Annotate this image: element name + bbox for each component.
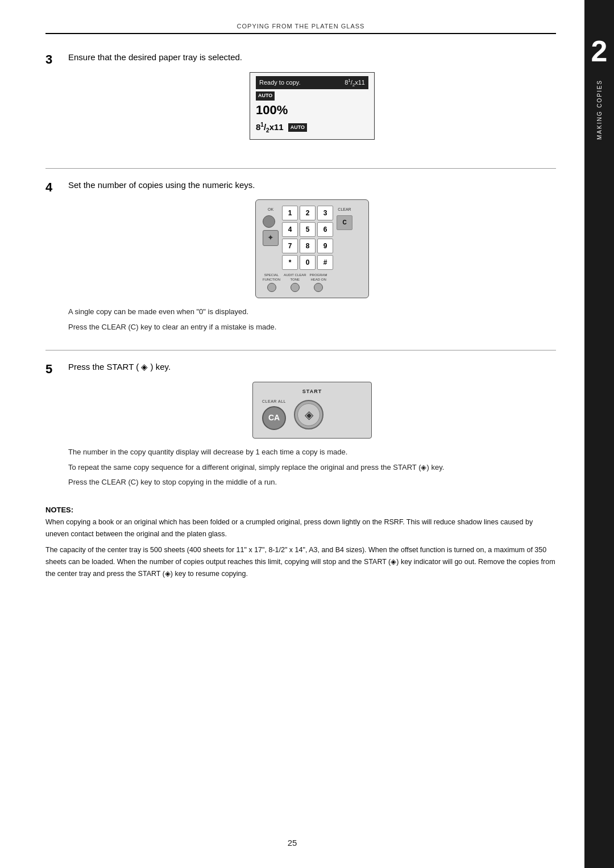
ok-button[interactable] (263, 215, 275, 228)
start-mockup: START CLEAR ALL CA ◈ (252, 382, 372, 439)
key-2[interactable]: 2 (300, 206, 316, 220)
nav-cross[interactable]: ✦ (263, 230, 279, 246)
start-note-3: Press the CLEAR (C) key to stop copying … (68, 477, 556, 489)
keypad-top: OK ✦ 1 2 3 4 5 6 7 8 (263, 206, 362, 270)
step-5-label: Press the START ( ◈ ) key. (68, 362, 171, 372)
keypad-outer: OK ✦ 1 2 3 4 5 6 7 8 (255, 199, 369, 298)
display-size-top: 81/2x11 (345, 77, 365, 89)
step-3-number: 3 (45, 52, 68, 67)
sidebar-chapter-number: 2 (591, 34, 608, 68)
special-function-label: SPECIALFUNCTION (263, 273, 280, 281)
step-4-row: 4 Set the number of copies using the num… (45, 179, 556, 333)
key-0[interactable]: 0 (300, 255, 316, 270)
step-3-divider (45, 168, 556, 169)
page-number: 25 (288, 838, 297, 848)
ok-label: OK (263, 207, 279, 213)
step-5-text: Press the START ( ◈ ) key. START CLEAR A… (68, 361, 556, 489)
audit-clear-label: AUDIT CLEARTONE (284, 273, 306, 281)
step-3-row: 3 Ensure that the desired paper tray is … (45, 51, 556, 151)
keypad-left-controls: OK ✦ (263, 207, 279, 246)
display-percent-row: 100% (256, 101, 368, 119)
step-4-label: Set the number of copies using the numer… (68, 180, 255, 190)
program-head-btn[interactable] (314, 283, 323, 292)
step-4-divider (45, 350, 556, 350)
section-header: COPYING FROM THE PLATEN GLASS (45, 23, 556, 30)
key-9[interactable]: 9 (317, 239, 333, 253)
key-6[interactable]: 6 (317, 222, 333, 237)
display-mockup: Ready to copy. 81/2x11 AUTO 100% 81/2x11… (250, 72, 375, 140)
auto-badge-bottom: AUTO (288, 123, 307, 132)
display-middle: AUTO (256, 91, 368, 101)
clear-all-section: CLEAR ALL CA (262, 399, 286, 430)
key-8[interactable]: 8 (300, 239, 316, 253)
sidebar: 2 MAKING COPIES (584, 0, 614, 868)
ca-button[interactable]: CA (262, 406, 286, 430)
main-content: COPYING FROM THE PLATEN GLASS 3 Ensure t… (0, 0, 584, 868)
ready-text: Ready to copy. (259, 78, 301, 87)
display-percent: 100% (256, 103, 288, 117)
display-box: Ready to copy. 81/2x11 AUTO 100% 81/2x11… (250, 72, 375, 140)
keypad-note-2: Press the CLEAR (C) key to clear an entr… (68, 322, 556, 333)
key-3[interactable]: 3 (317, 206, 333, 220)
start-note-2: To repeat the same copy sequence for a d… (68, 462, 556, 474)
step-3-label: Ensure that the desired paper tray is se… (68, 52, 242, 62)
sidebar-chapter-label: MAKING COPIES (596, 80, 603, 140)
start-note-1: The number in the copy quantity display … (68, 446, 556, 458)
start-button-inner: ◈ (297, 403, 320, 426)
start-row: CLEAR ALL CA ◈ (262, 399, 362, 430)
program-head-label: PROGRAMHEAD ON (310, 273, 327, 281)
key-7[interactable]: 7 (282, 239, 298, 253)
audit-clear-btn[interactable] (291, 283, 300, 292)
keypad-bottom-row: SPECIALFUNCTION AUDIT CLEARTONE PROGRAMH… (263, 273, 362, 291)
notes-para-1: When copying a book or an original which… (45, 516, 556, 540)
keypad-mockup: OK ✦ 1 2 3 4 5 6 7 8 (255, 199, 369, 298)
step-5-row: 5 Press the START ( ◈ ) key. START CLEAR… (45, 361, 556, 489)
special-function-btn[interactable] (267, 283, 276, 292)
key-hash[interactable]: # (317, 255, 333, 270)
start-panel: START CLEAR ALL CA ◈ (252, 382, 372, 439)
clear-key[interactable]: C (337, 215, 352, 230)
key-4[interactable]: 4 (282, 222, 298, 237)
keypad-note-1: A single copy can be made even when "0" … (68, 306, 556, 318)
step-3-text: Ensure that the desired paper tray is se… (68, 51, 556, 151)
clear-label: CLEAR (337, 207, 352, 213)
auto-badge-top: AUTO (256, 91, 275, 101)
num-grid: 1 2 3 4 5 6 7 8 9 * 0 # (282, 206, 333, 270)
clear-all-label: CLEAR ALL (262, 399, 286, 405)
start-label: START (262, 388, 362, 396)
step-4-number: 4 (45, 180, 68, 195)
key-star[interactable]: * (282, 255, 298, 270)
step-5-number: 5 (45, 362, 68, 377)
display-top-bar: Ready to copy. 81/2x11 (256, 76, 368, 90)
start-button[interactable]: ◈ (294, 400, 323, 429)
display-bottom: 81/2x11 AUTO (256, 120, 368, 135)
notes-para-2: The capacity of the center tray is 500 s… (45, 544, 556, 579)
key-1[interactable]: 1 (282, 206, 298, 220)
notes-label: NOTES: (45, 506, 556, 514)
header-rule (45, 33, 556, 34)
notes-section: NOTES: When copying a book or an origina… (45, 506, 556, 579)
step-4-text: Set the number of copies using the numer… (68, 179, 556, 333)
key-5[interactable]: 5 (300, 222, 316, 237)
display-size-bottom: 81/2x11 (256, 120, 284, 135)
